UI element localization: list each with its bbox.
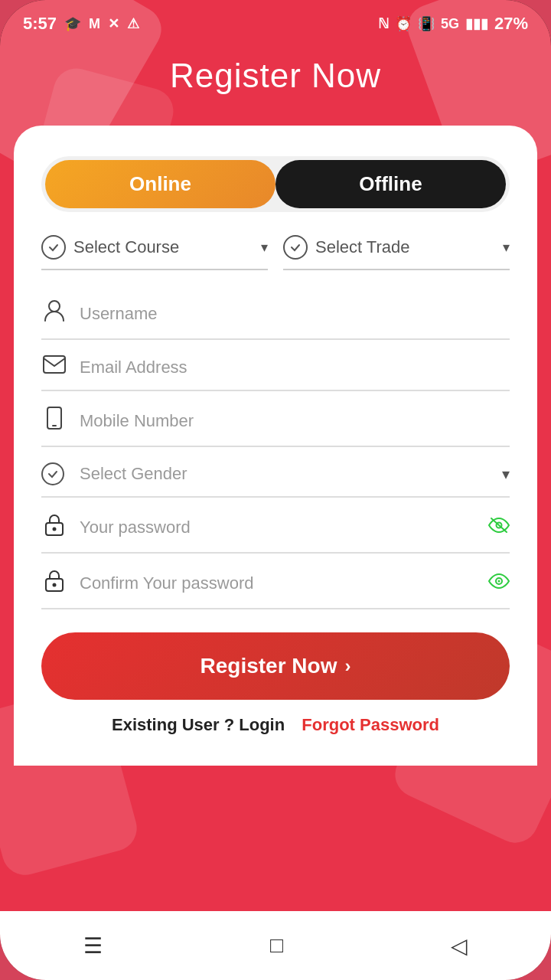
menu-icon[interactable]: ☰ [83, 933, 103, 959]
trade-label: Select Trade [315, 237, 495, 257]
mobile-icon [41, 407, 67, 435]
username-input[interactable] [80, 304, 510, 324]
online-tab[interactable]: Online [45, 160, 276, 208]
confirm-password-input[interactable] [80, 573, 476, 593]
status-right: ℕ ⏰ 📳 5G ▮▮▮ 27% [378, 14, 528, 34]
status-left: 5:57 🎓 M ✕ ⚠ [23, 14, 139, 34]
existing-user-link[interactable]: Existing User ? Login [112, 715, 285, 734]
course-label: Select Course [73, 237, 253, 257]
mobile-field-row [41, 396, 510, 447]
toggle-group: Online Offline [41, 156, 510, 212]
password-field-row [41, 502, 510, 554]
user-icon [41, 299, 67, 328]
gmail-icon: M [89, 16, 100, 32]
confirm-password-field-row [41, 558, 510, 609]
select-trade-dropdown[interactable]: Select Trade ▾ [283, 235, 510, 270]
form-card: Online Offline Select Course ▾ [14, 126, 537, 766]
confirm-lock-icon [41, 569, 67, 597]
svg-point-9 [53, 583, 57, 587]
register-button[interactable]: Register Now › [41, 632, 510, 700]
dropdown-row: Select Course ▾ Select Trade ▾ [41, 235, 510, 270]
select-course-dropdown[interactable]: Select Course ▾ [41, 235, 268, 270]
register-arrow: › [344, 655, 350, 677]
back-icon[interactable]: ◁ [451, 933, 468, 959]
mobile-input[interactable] [80, 411, 510, 431]
svg-point-5 [53, 528, 57, 531]
nav-bar: ☰ □ ◁ [0, 911, 551, 980]
svg-rect-1 [44, 356, 65, 373]
battery-text: 27% [494, 14, 528, 34]
password-eye-icon[interactable] [488, 517, 510, 538]
trade-check-icon [283, 235, 308, 260]
gender-icon [41, 462, 67, 485]
email-input[interactable] [80, 358, 510, 377]
offline-tab[interactable]: Offline [276, 160, 506, 208]
signal-icon: ▮▮▮ [465, 15, 488, 32]
gender-input [80, 464, 490, 484]
vibrate-icon: 📳 [418, 15, 435, 32]
gender-chevron-icon: ▾ [502, 465, 510, 483]
alarm-icon: ⏰ [395, 15, 412, 32]
bottom-links: Existing User ? Login Forgot Password [41, 715, 510, 735]
svg-point-0 [49, 301, 60, 312]
course-chevron-icon: ▾ [261, 239, 268, 256]
sim-icon: ℕ [378, 15, 389, 32]
email-icon [41, 355, 67, 379]
svg-point-11 [498, 580, 500, 582]
course-check-icon [41, 235, 66, 260]
twitter-icon: ✕ [108, 15, 119, 32]
password-input[interactable] [80, 518, 476, 537]
trade-chevron-icon: ▾ [503, 239, 510, 256]
confirm-eye-icon[interactable] [488, 573, 510, 594]
network-icon: 5G [441, 16, 459, 32]
username-field [41, 289, 510, 340]
graduation-icon: 🎓 [64, 15, 81, 32]
phone-shell: 5:57 🎓 M ✕ ⚠ ℕ ⏰ 📳 5G ▮▮▮ 27% Register N… [0, 0, 551, 980]
register-label: Register Now [201, 654, 337, 678]
password-lock-icon [41, 513, 67, 541]
gender-field-row[interactable]: ▾ [41, 452, 510, 498]
forgot-password-link[interactable]: Forgot Password [302, 715, 439, 734]
page-title: Register Now [0, 41, 551, 126]
status-bar: 5:57 🎓 M ✕ ⚠ ℕ ⏰ 📳 5G ▮▮▮ 27% [0, 0, 551, 41]
gender-check-icon [41, 462, 64, 485]
home-icon[interactable]: □ [270, 933, 283, 958]
status-time: 5:57 [23, 14, 57, 34]
warning-icon: ⚠ [127, 15, 139, 32]
email-field-row [41, 345, 510, 391]
